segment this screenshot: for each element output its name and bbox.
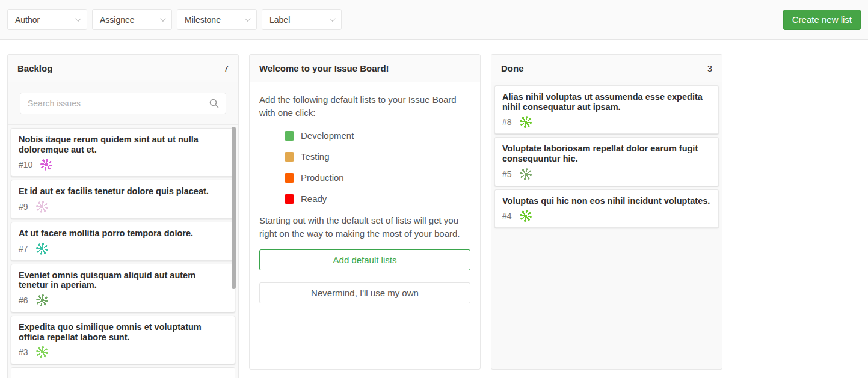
create-new-list-button[interactable]: Create new list: [783, 10, 861, 30]
list-welcome: Welcome to your Issue Board! Add the fol…: [249, 54, 481, 370]
assignee-avatar[interactable]: [40, 159, 52, 171]
filter-bar: Author Assignee Milestone Label Create n…: [0, 0, 868, 40]
label-filter-dropdown[interactable]: Label: [262, 9, 342, 30]
issue-number: #8: [502, 117, 512, 127]
list-done: Done 3 Alias nihil voluptas ut assumenda…: [491, 54, 722, 370]
label-name: Production: [301, 171, 344, 184]
issue-number: #9: [19, 202, 28, 212]
issue-card[interactable]: At ut facere mollitia porro tempora dolo…: [11, 222, 235, 261]
backlog-search-row: [8, 82, 238, 125]
issue-meta: #8: [502, 116, 711, 128]
issue-number: #6: [19, 296, 28, 305]
done-issue-count: 3: [707, 63, 712, 73]
welcome-outro-text: Starting out with the default set of lis…: [259, 214, 470, 240]
issue-meta: #10: [19, 159, 227, 171]
issue-card[interactable]: Alias nihil voluptas ut assumenda esse e…: [494, 85, 719, 134]
assignee-avatar[interactable]: [520, 168, 532, 180]
issue-board: Backlog 7 Nobis itaque rerum quidem sint…: [0, 40, 868, 378]
done-list-title: Done: [501, 63, 524, 73]
chevron-down-icon: [245, 16, 251, 22]
label-name: Testing: [301, 150, 330, 163]
issue-number: #10: [19, 160, 32, 169]
issue-title[interactable]: At ut facere mollitia porro tempora dolo…: [19, 228, 227, 239]
assignee-avatar[interactable]: [36, 243, 48, 255]
issue-title[interactable]: Nobis itaque rerum quidem sint aut ut nu…: [19, 135, 227, 154]
welcome-list-header: Welcome to your Issue Board!: [250, 55, 480, 82]
chevron-down-icon: [75, 16, 81, 22]
author-filter-label: Author: [15, 15, 40, 25]
issue-title[interactable]: Voluptate laboriosam repellat dolor earu…: [502, 144, 711, 163]
label-color-swatch: [285, 131, 294, 141]
issue-card[interactable]: Eveniet omnis quisquam aliquid aut autem…: [11, 264, 235, 312]
issue-card[interactable]: Voluptas qui hic non eos nihil incidunt …: [494, 189, 719, 228]
issue-card-partially-visible[interactable]: [11, 367, 235, 378]
milestone-filter-dropdown[interactable]: Milestone: [177, 9, 257, 30]
done-cards: Alias nihil voluptas ut assumenda esse e…: [491, 82, 722, 369]
welcome-list-title: Welcome to your Issue Board!: [259, 63, 389, 73]
issue-title[interactable]: Voluptas qui hic non eos nihil incidunt …: [502, 196, 711, 206]
add-default-lists-button[interactable]: Add default lists: [259, 249, 470, 270]
label-color-swatch: [285, 173, 294, 183]
search-icon: [209, 99, 219, 108]
list-backlog: Backlog 7 Nobis itaque rerum quidem sint…: [7, 54, 239, 378]
assignee-filter-dropdown[interactable]: Assignee: [92, 9, 172, 30]
label-filter-label: Label: [269, 15, 290, 25]
issue-number: #3: [19, 347, 28, 357]
milestone-filter-label: Milestone: [185, 15, 221, 25]
author-filter-dropdown[interactable]: Author: [7, 9, 87, 30]
issue-card[interactable]: Voluptate laboriosam repellat dolor earu…: [494, 137, 719, 186]
assignee-avatar[interactable]: [36, 294, 48, 306]
label-color-swatch: [285, 194, 294, 204]
issue-meta: #4: [502, 210, 711, 222]
issue-title[interactable]: Eveniet omnis quisquam aliquid aut autem…: [19, 270, 227, 290]
default-label-row: Ready: [285, 192, 470, 206]
assignee-avatar[interactable]: [520, 210, 532, 222]
backlog-list-header: Backlog 7: [8, 55, 238, 82]
done-list-header: Done 3: [491, 55, 722, 82]
backlog-issue-count: 7: [224, 63, 229, 73]
issue-meta: #6: [19, 294, 227, 306]
default-label-row: Testing: [285, 150, 470, 163]
issue-number: #7: [19, 244, 28, 254]
assignee-avatar[interactable]: [36, 201, 48, 213]
label-name: Development: [301, 129, 354, 142]
issue-card[interactable]: Nobis itaque rerum quidem sint aut ut nu…: [11, 128, 235, 177]
issue-meta: #3: [19, 346, 227, 358]
issue-number: #4: [502, 211, 512, 221]
default-label-row: Development: [285, 129, 470, 142]
issue-title[interactable]: Alias nihil voluptas ut assumenda esse e…: [502, 92, 711, 112]
assignee-avatar[interactable]: [520, 116, 532, 128]
issue-title[interactable]: Et id aut ex facilis tenetur dolore quis…: [19, 186, 227, 197]
welcome-body: Add the following default lists to your …: [250, 82, 480, 369]
default-label-row: Production: [285, 171, 470, 184]
assignee-filter-label: Assignee: [100, 15, 135, 25]
issue-number: #5: [502, 169, 512, 179]
backlog-list-title: Backlog: [17, 63, 52, 73]
issue-meta: #5: [502, 168, 711, 180]
issue-card[interactable]: Expedita quo similique omnis et voluptat…: [11, 316, 235, 364]
issue-meta: #9: [19, 201, 227, 213]
label-color-swatch: [285, 152, 294, 162]
issue-title[interactable]: Expedita quo similique omnis et voluptat…: [19, 322, 227, 342]
welcome-intro-text: Add the following default lists to your …: [259, 93, 470, 120]
chevron-down-icon: [330, 16, 336, 22]
chevron-down-icon: [160, 16, 166, 22]
assignee-avatar[interactable]: [36, 346, 48, 358]
issue-meta: #7: [19, 243, 227, 255]
label-name: Ready: [301, 192, 327, 206]
nevermind-button[interactable]: Nevermind, I'll use my own: [259, 282, 470, 303]
backlog-cards: Nobis itaque rerum quidem sint aut ut nu…: [8, 125, 238, 378]
issue-card[interactable]: Et id aut ex facilis tenetur dolore quis…: [11, 180, 235, 219]
search-issues-input[interactable]: [20, 93, 226, 114]
backlog-scrollbar[interactable]: [232, 127, 236, 289]
default-labels-list: Development Testing Production Ready: [285, 129, 470, 206]
